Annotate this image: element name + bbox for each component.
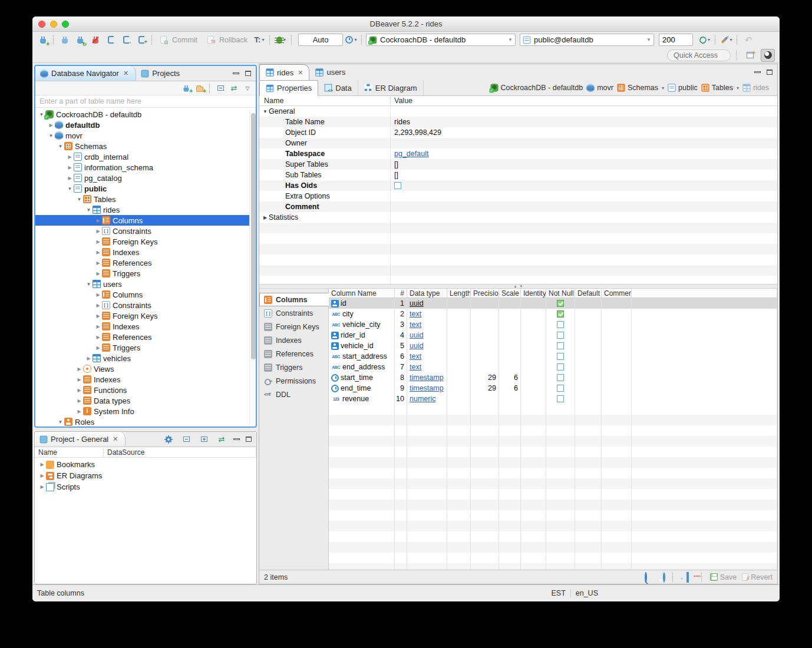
- breadcrumb-item-schemas[interactable]: Schemas▾: [617, 84, 664, 92]
- status-locale[interactable]: en_US: [576, 589, 598, 597]
- tree-item-foreign-keys[interactable]: ▶Foreign Keys: [35, 310, 256, 321]
- not-null-checkbox[interactable]: [557, 321, 564, 328]
- expand-arrow-icon[interactable]: ▶: [66, 165, 74, 170]
- column-header-comment[interactable]: Comment: [602, 289, 632, 297]
- open-sql-console-button[interactable]: →: [119, 34, 133, 47]
- not-null-checkbox[interactable]: [557, 374, 564, 381]
- refresh-button[interactable]: [663, 573, 665, 581]
- datatype-cell[interactable]: text: [407, 319, 447, 330]
- property-value[interactable]: []: [390, 159, 777, 170]
- column-row-vehicle-city[interactable]: vehicle_city3text: [329, 319, 777, 330]
- generate-sql-button[interactable]: ▾: [719, 34, 734, 47]
- project-item-scripts[interactable]: ▶Scripts: [35, 481, 256, 492]
- not-null-checkbox[interactable]: [557, 332, 564, 339]
- splitter-up-arrow[interactable]: ▲: [514, 285, 517, 288]
- expand-arrow-icon[interactable]: ▶: [94, 250, 102, 255]
- column-row-end-address[interactable]: end_address7text: [329, 362, 777, 372]
- datatype-link[interactable]: timestamp: [410, 384, 444, 392]
- splitter-down-arrow[interactable]: ▼: [520, 285, 523, 288]
- collapse-all-button[interactable]: [214, 83, 226, 94]
- column-header-scale[interactable]: Scale: [499, 289, 521, 297]
- column-header-data-type[interactable]: Data type: [407, 289, 447, 297]
- datatype-link[interactable]: text: [410, 352, 421, 361]
- property-value[interactable]: pg_default: [390, 148, 777, 159]
- close-icon[interactable]: ✕: [123, 70, 128, 77]
- compare-button[interactable]: ▾: [698, 34, 712, 47]
- tree-item-system-info[interactable]: ▶System Info: [35, 406, 256, 416]
- tree-item-columns[interactable]: ▶Columns: [35, 215, 256, 226]
- rollback-label[interactable]: Rollback: [219, 36, 247, 44]
- expand-arrow-icon[interactable]: ▶: [94, 335, 102, 340]
- minimize-panel-icon[interactable]: [233, 438, 240, 440]
- tree-item-indexes[interactable]: ▶Indexes: [35, 321, 256, 332]
- expand-arrow-icon[interactable]: ▶: [94, 345, 102, 351]
- collapse-arrow-icon[interactable]: ▼: [57, 419, 64, 425]
- datatype-cell[interactable]: numeric: [407, 394, 447, 404]
- not-null-checkbox[interactable]: [557, 395, 564, 402]
- maximize-panel-icon[interactable]: [245, 71, 251, 76]
- datatype-cell[interactable]: uuid: [407, 330, 447, 340]
- expand-arrow-icon[interactable]: ▶: [94, 229, 102, 234]
- column-header-not-null[interactable]: Not Null: [546, 289, 575, 297]
- revert-button[interactable]: ✗Revert: [742, 573, 773, 581]
- tree-item-triggers[interactable]: ▶Triggers: [35, 342, 256, 353]
- expand-arrow-icon[interactable]: ▶: [47, 123, 55, 128]
- tree-item-cockroachdb-defaultdb[interactable]: ▼CockroachDB - defaultdb: [35, 109, 256, 120]
- tree-item-columns[interactable]: ▶Columns: [35, 289, 256, 300]
- property-value[interactable]: rides: [390, 117, 777, 127]
- datatype-link[interactable]: timestamp: [410, 373, 444, 382]
- dbeaver-perspective-button[interactable]: [761, 49, 775, 62]
- expand-arrow-icon[interactable]: ▶: [75, 366, 83, 372]
- close-icon[interactable]: ✕: [298, 69, 303, 77]
- expand-arrow-icon[interactable]: ▶: [94, 260, 102, 266]
- breadcrumb-item-cockroachdb-defaultdb[interactable]: CockroachDB - defaultdb: [490, 84, 583, 92]
- minimize-editor-icon[interactable]: [754, 71, 761, 73]
- sql-history-button[interactable]: ▾: [344, 34, 358, 47]
- project-link-button[interactable]: ⇄: [216, 434, 227, 445]
- datatype-cell[interactable]: text: [407, 362, 447, 372]
- chevron-down-icon[interactable]: ▾: [737, 85, 739, 91]
- nav-new-folder-button[interactable]: +: [194, 83, 206, 94]
- breadcrumb-item-movr[interactable]: movr: [586, 84, 613, 92]
- expand-arrow-icon[interactable]: ▶: [94, 239, 102, 244]
- tree-item-schemas[interactable]: ▼Schemas: [35, 141, 256, 151]
- tree-item-information-schema[interactable]: ▶information_schema: [35, 162, 256, 173]
- datatype-link[interactable]: uuid: [410, 342, 424, 350]
- column-header-datasource[interactable]: DataSource: [104, 448, 256, 457]
- collapse-arrow-icon[interactable]: ▼: [57, 144, 64, 149]
- sql-editor-button[interactable]: [104, 34, 118, 47]
- commit-label[interactable]: Commit: [172, 36, 197, 44]
- expand-arrow-icon[interactable]: ▶: [94, 218, 102, 223]
- property-row-tablespace[interactable]: Tablespacepg_default: [259, 148, 777, 159]
- link-with-editor-button[interactable]: ⇄: [228, 83, 240, 94]
- tab-database-navigator[interactable]: Database Navigator ✕: [35, 66, 136, 81]
- maximize-editor-icon[interactable]: [767, 70, 773, 75]
- property-value[interactable]: [390, 106, 777, 117]
- column-header-column-name[interactable]: Column Name: [329, 289, 395, 297]
- expand-arrow-icon[interactable]: ▶: [75, 398, 83, 404]
- breadcrumb-item-public[interactable]: public: [668, 84, 698, 92]
- connect-button[interactable]: [58, 34, 72, 47]
- expand-arrow-icon[interactable]: ▶: [94, 324, 102, 329]
- tree-item-constraints[interactable]: ▶Constraints: [35, 300, 256, 310]
- column-header-precision[interactable]: Precision: [471, 289, 499, 297]
- schema-select[interactable]: public@defaultdb▼: [520, 34, 654, 46]
- collapse-arrow-icon[interactable]: ▼: [85, 282, 93, 287]
- reconnect-button[interactable]: ↻: [73, 34, 87, 47]
- collapse-arrow-icon[interactable]: ▼: [262, 109, 269, 114]
- column-header-identity[interactable]: Identity: [521, 289, 546, 297]
- datatype-cell[interactable]: text: [407, 351, 447, 362]
- navigator-scrollbar[interactable]: [249, 110, 256, 425]
- table-filter-input[interactable]: [35, 95, 256, 107]
- datatype-link[interactable]: uuid: [410, 331, 424, 339]
- column-row-city[interactable]: city2text: [329, 309, 777, 319]
- minimize-panel-icon[interactable]: [233, 72, 239, 74]
- expand-arrow-icon[interactable]: ▶: [94, 271, 102, 276]
- new-sql-editor-button[interactable]: +: [134, 34, 148, 47]
- horizontal-splitter[interactable]: ▲ ▼: [259, 284, 777, 289]
- sidebar-tab-references[interactable]: References: [259, 347, 328, 361]
- expand-arrow-icon[interactable]: ▶: [75, 388, 83, 393]
- project-item-bookmarks[interactable]: ▶Bookmarks: [35, 459, 256, 470]
- rollback-button[interactable]: ⇆: [203, 34, 217, 47]
- tree-item-functions[interactable]: ▶Functions: [35, 385, 256, 395]
